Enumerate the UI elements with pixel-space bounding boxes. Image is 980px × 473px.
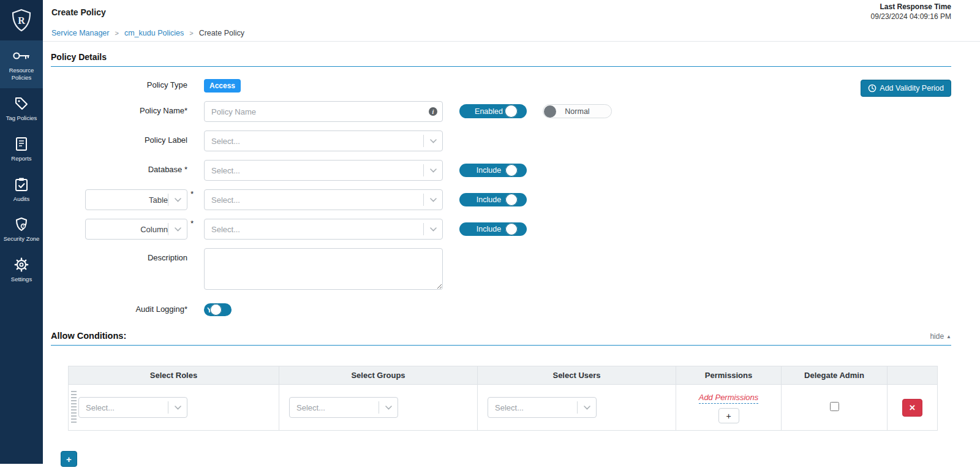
sidebar-item-settings[interactable]: Settings (0, 249, 43, 290)
sidebar-item-tag-policies[interactable]: Tag Policies (0, 88, 43, 129)
add-validity-period-button[interactable]: Add Validity Period (861, 80, 951, 97)
policy-name-input[interactable] (204, 101, 443, 122)
col-select-roles: Select Roles (69, 366, 279, 385)
ranger-logo[interactable]: R (0, 0, 43, 40)
enabled-toggle[interactable]: Enabled (459, 104, 527, 118)
tag-icon (14, 96, 29, 112)
allow-conditions-table: Select Roles Select Groups Select Users … (68, 366, 938, 431)
report-icon (15, 136, 28, 152)
delegate-admin-checkbox[interactable] (830, 402, 839, 411)
chevron-down-icon (424, 168, 442, 173)
column-resource-type-select[interactable]: Column (85, 219, 187, 240)
required-asterisk: * (190, 189, 194, 199)
col-select-users: Select Users (478, 366, 676, 385)
toggle-knob (505, 194, 518, 206)
chevron-down-icon (168, 406, 187, 410)
column-select[interactable]: Select... (204, 219, 443, 240)
sidebar-item-audits[interactable]: Audits (0, 169, 43, 210)
sidebar-item-label: Settings (11, 276, 32, 283)
col-permissions: Permissions (676, 366, 782, 385)
create-policy-page: R Resource Policies Tag Policies Reports (0, 0, 980, 473)
description-row: Description (51, 248, 951, 292)
shield-logo-icon: R (11, 9, 32, 32)
policy-name-label: Policy Name* (51, 101, 187, 115)
delete-icon: ✕ (909, 403, 916, 412)
gear-icon (14, 257, 29, 273)
chevron-down-icon (424, 227, 442, 232)
select-groups-dropdown[interactable]: Select... (289, 397, 398, 418)
chevron-down-icon (379, 406, 398, 410)
toggle-knob (505, 105, 518, 118)
select-roles-dropdown[interactable]: Select... (78, 397, 187, 418)
policy-type-badge: Access (204, 79, 241, 93)
policy-label-select[interactable]: Select... (204, 131, 443, 151)
column-selector-wrap: Column * (51, 219, 187, 240)
key-icon (12, 48, 31, 64)
last-response-time: Last Response Time 09/23/2024 04:09:16 P… (871, 2, 951, 21)
info-icon: i (429, 107, 437, 116)
add-permission-button[interactable]: + (718, 408, 739, 423)
normal-toggle-label: Normal (565, 107, 589, 116)
breadcrumb-cm-kudu-policies[interactable]: cm_kudu Policies (124, 29, 184, 37)
condition-row: Select... Select... (69, 385, 938, 431)
allow-conditions-title: Allow Conditions: (51, 331, 126, 341)
chevron-down-icon (168, 198, 187, 202)
chevron-down-icon (424, 139, 442, 143)
col-delegate-admin: Delegate Admin (782, 366, 888, 385)
description-textarea[interactable] (204, 248, 443, 290)
main-area: Create Policy Last Response Time 09/23/2… (43, 0, 980, 473)
sidebar: R Resource Policies Tag Policies Reports (0, 0, 43, 464)
toggle-knob (210, 304, 222, 316)
select-users-dropdown[interactable]: Select... (488, 397, 597, 418)
last-response-label: Last Response Time (871, 2, 951, 12)
policy-type-row: Policy Type Access (51, 78, 951, 93)
breadcrumb-separator: > (115, 29, 119, 37)
delete-row-cell: ✕ (888, 385, 938, 431)
select-placeholder: Select... (290, 403, 379, 412)
sidebar-item-security-zone[interactable]: Security Zone (0, 209, 43, 249)
audit-logging-toggle[interactable]: Yes (204, 303, 232, 316)
policy-name-row: Policy Name* i Enabled Normal (51, 101, 951, 122)
add-permissions-link[interactable]: Add Permissions (699, 393, 759, 404)
audit-logging-row: Audit Logging* Yes (51, 301, 951, 316)
required-asterisk: * (190, 219, 194, 228)
select-placeholder: Select... (205, 225, 423, 234)
database-label: Database * (51, 160, 187, 174)
enabled-toggle-label: Enabled (475, 107, 503, 116)
database-include-toggle[interactable]: Include (459, 164, 527, 177)
allow-conditions-header: Allow Conditions: hide ▲ (51, 331, 951, 346)
delete-row-button[interactable]: ✕ (902, 399, 922, 417)
table-select[interactable]: Select... (204, 189, 443, 210)
table-resource-type-select[interactable]: Table (85, 189, 187, 210)
breadcrumb-separator: > (189, 29, 193, 37)
sidebar-item-reports[interactable]: Reports (0, 129, 43, 169)
toggle-knob (505, 164, 518, 176)
sidebar-item-resource-policies[interactable]: Resource Policies (0, 40, 43, 88)
column-include-toggle[interactable]: Include (459, 222, 527, 236)
sidebar-item-label: Audits (13, 195, 29, 203)
include-toggle-label: Include (477, 195, 501, 204)
database-select[interactable]: Select... (204, 160, 443, 181)
include-toggle-label: Include (477, 166, 501, 175)
include-toggle-label: Include (477, 225, 501, 233)
drag-handle[interactable] (71, 391, 77, 424)
svg-text:R: R (18, 15, 25, 26)
normal-override-toggle[interactable]: Normal (543, 104, 612, 118)
hide-section-link[interactable]: hide ▲ (930, 332, 951, 341)
toggle-knob (505, 223, 518, 235)
audit-logging-label: Audit Logging* (51, 301, 187, 314)
breadcrumb-service-manager[interactable]: Service Manager (51, 29, 110, 37)
roles-cell: Select... (69, 385, 279, 431)
add-condition-row-button[interactable]: + (61, 451, 77, 467)
table-include-toggle[interactable]: Include (459, 193, 527, 206)
database-row: Database * Select... Include (51, 160, 951, 181)
col-actions (888, 366, 938, 385)
users-cell: Select... (478, 385, 676, 431)
chevron-down-icon (578, 406, 596, 410)
sidebar-item-label: Tag Policies (6, 115, 37, 122)
breadcrumb: Service Manager > cm_kudu Policies > Cre… (43, 25, 980, 42)
policy-details-form: Add Validity Period Policy Type Access P… (51, 78, 951, 316)
collapse-arrow-icon: ▲ (946, 334, 951, 339)
table-resource-row: Table * Select... Include (51, 189, 951, 210)
last-response-value: 09/23/2024 04:09:16 PM (871, 12, 951, 22)
